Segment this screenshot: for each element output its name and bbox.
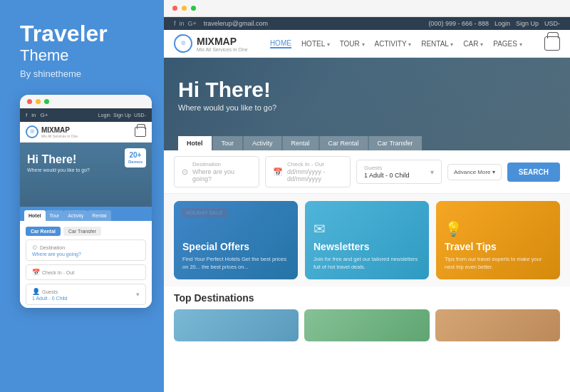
site-hero: Hi There! Where would you like to go? Ho… — [164, 58, 570, 150]
website-content: f in G+ travelerup@gmail.com (000) 999 -… — [164, 17, 570, 392]
site-logo-icon: ☉ — [174, 34, 192, 53]
site-topbar-right: (000) 999 - 666 - 888 Login Sign Up USD- — [428, 20, 560, 27]
destination-text: Destination Where are you going? — [192, 161, 252, 182]
mobile-nav: f in G+ Login Sign Up USD- — [20, 108, 152, 122]
site-search-tabs: Hotel Tour Activity Rental Car Rental Ca… — [178, 136, 422, 150]
mobile-mockup: f in G+ Login Sign Up USD- ☉ MIXMAP Mix … — [20, 95, 152, 308]
site-currency[interactable]: USD- — [544, 20, 560, 27]
site-cart-icon[interactable] — [544, 36, 560, 51]
mobile-social-links: f in G+ — [26, 112, 48, 118]
site-topbar-left: f in G+ travelerup@gmail.com — [174, 20, 268, 27]
guests-arrow: ▾ — [430, 168, 434, 176]
mobile-logo: ☉ MIXMAP Mix All Services in One — [26, 125, 78, 138]
browser-dot-green — [191, 6, 196, 11]
browser-dot-yellow — [182, 6, 187, 11]
site-logo: ☉ MIXMAP Mix All Services in One — [174, 34, 248, 53]
search-button[interactable]: SEARCH — [507, 163, 560, 182]
mobile-guests-arrow: ▾ — [136, 291, 140, 298]
nav-pages[interactable]: PAGES ▾ — [493, 40, 522, 48]
site-search-bar: ⊙ Destination Where are you going? 📅 Che… — [164, 150, 570, 194]
brand-title: Traveler Theme By shinetheme — [20, 21, 150, 95]
right-panel: f in G+ travelerup@gmail.com (000) 999 -… — [164, 0, 570, 392]
newsletters-icon: ✉ — [314, 220, 420, 237]
search-tab-tour[interactable]: Tour — [213, 136, 243, 150]
search-tab-carrental[interactable]: Car Rental — [320, 136, 368, 150]
site-topbar: f in G+ travelerup@gmail.com (000) 999 -… — [164, 17, 570, 30]
card-travel-tips[interactable]: 💡 Travel Tips Tips from our travel exper… — [436, 201, 560, 279]
dest-card-2[interactable] — [304, 309, 429, 341]
site-gplus-icon[interactable]: G+ — [188, 20, 197, 27]
mobile-cart-icon[interactable] — [135, 127, 146, 137]
card-special-offers[interactable]: HOLIDAY SALE Special Offers Find Your Pe… — [174, 201, 298, 279]
site-login-link[interactable]: Login — [494, 20, 510, 27]
hero-content: Hi There! Where would you like to go? — [178, 78, 556, 112]
mobile-nav-actions: Login Sign Up USD- — [98, 113, 146, 118]
card-content: 💡 Travel Tips Tips from our travel exper… — [445, 220, 551, 271]
dest-card-3[interactable] — [435, 309, 560, 341]
mobile-tab-hotel[interactable]: Hotel — [24, 210, 46, 221]
mobile-logo-text: MIXMAP Mix All Services in One — [41, 126, 78, 138]
mobile-gplus-icon: G+ — [40, 112, 48, 118]
mobile-tab-cartrans[interactable]: Car Transfer — [63, 227, 101, 236]
destination-field[interactable]: ⊙ Destination Where are you going? — [174, 156, 259, 187]
checkin-field[interactable]: 📅 Check In - Out dd/mm/yyyy - dd/mm/yyyy — [265, 156, 351, 187]
mobile-linkedin-icon: in — [31, 112, 36, 118]
card-newsletters[interactable]: ✉ Newsletters Join for free and get our … — [305, 201, 429, 279]
mobile-hero: Hi There! Where would you like to go? 20… — [20, 143, 152, 207]
mobile-facebook-icon: f — [26, 112, 27, 118]
destination-cards — [174, 309, 560, 341]
mobile-signup-link[interactable]: Sign Up — [113, 113, 131, 118]
site-linkedin-icon[interactable]: in — [180, 20, 185, 27]
mobile-search-section: Car Rental Car Transfer ⊙ Destination Wh… — [20, 221, 152, 308]
site-facebook-icon[interactable]: f — [174, 20, 176, 27]
mobile-checkin-field[interactable]: 📅 Check In - Out — [26, 264, 146, 280]
mobile-logo-bar: ☉ MIXMAP Mix All Services in One — [20, 122, 152, 143]
advance-field[interactable]: Advance More ▾ — [447, 164, 502, 180]
mobile-tab-row2: Car Rental Car Transfer — [26, 227, 146, 236]
nav-activity[interactable]: ACTIVITY ▾ — [375, 40, 412, 48]
mobile-destination-field[interactable]: ⊙ Destination Where are you going? — [26, 239, 146, 261]
mobile-demos-badge: 20+ Demos — [125, 148, 146, 167]
mobile-tabs: Hotel Tour Activity Rental — [20, 207, 152, 221]
site-nav: ☉ MIXMAP Mix All Services in One HOME HO… — [164, 30, 570, 58]
site-social-icons: f in G+ — [174, 20, 197, 27]
site-signup-link[interactable]: Sign Up — [516, 20, 539, 27]
top-destinations-title: Top Destinations — [174, 292, 560, 304]
search-tab-hotel[interactable]: Hotel — [178, 136, 212, 150]
nav-home[interactable]: HOME — [270, 39, 291, 48]
mobile-tab-rental[interactable]: Rental — [88, 210, 110, 221]
travel-tips-icon: 💡 — [445, 220, 551, 237]
nav-hotel[interactable]: HOTEL ▾ — [301, 40, 330, 48]
dot-yellow — [36, 99, 41, 104]
mobile-guests-field[interactable]: 👤 Guests 1 Adult - 0 Child ▾ — [26, 284, 146, 305]
cards-section: HOLIDAY SALE Special Offers Find Your Pe… — [164, 194, 570, 287]
site-phone: (000) 999 - 666 - 888 — [428, 20, 489, 27]
mobile-browser-chrome — [20, 95, 152, 108]
browser-chrome — [164, 0, 570, 17]
checkin-text: Check In - Out dd/mm/yyyy - dd/mm/yyyy — [287, 161, 343, 182]
dest-card-1[interactable] — [174, 309, 299, 341]
mobile-tab-activity[interactable]: Activity — [63, 210, 88, 221]
search-tab-cartransfer[interactable]: Car Transfer — [369, 136, 422, 150]
nav-car[interactable]: CAR ▾ — [463, 40, 483, 48]
guests-field[interactable]: Guests 1 Adult - 0 Child ▾ — [356, 160, 442, 184]
left-panel: Traveler Theme By shinetheme f in G+ Log… — [0, 0, 164, 392]
mobile-logo-icon: ☉ — [26, 125, 38, 138]
mobile-tab-tour[interactable]: Tour — [46, 210, 64, 221]
nav-tour[interactable]: TOUR ▾ — [340, 40, 365, 48]
search-tab-activity[interactable]: Activity — [244, 136, 281, 150]
dot-red — [27, 99, 32, 104]
mobile-tab-carrent[interactable]: Car Rental — [26, 227, 61, 236]
card-content: Special Offers Find Your Perfect Hotels … — [182, 241, 289, 271]
guests-text: Guests 1 Adult - 0 Child — [364, 165, 410, 179]
site-nav-links: HOME HOTEL ▾ TOUR ▾ ACTIVITY ▾ RENTAL ▾ … — [270, 39, 522, 48]
site-logo-text-group: MIXMAP Mix All Services in One — [197, 36, 248, 52]
dot-green — [44, 99, 49, 104]
mobile-currency[interactable]: USD- — [134, 113, 146, 118]
card-content: ✉ Newsletters Join for free and get our … — [314, 220, 420, 271]
bottom-section: Top Destinations — [164, 287, 570, 344]
site-email: travelerup@gmail.com — [204, 20, 268, 27]
mobile-login-link[interactable]: Login — [98, 113, 110, 118]
search-tab-rental[interactable]: Rental — [283, 136, 318, 150]
nav-rental[interactable]: RENTAL ▾ — [421, 40, 453, 48]
